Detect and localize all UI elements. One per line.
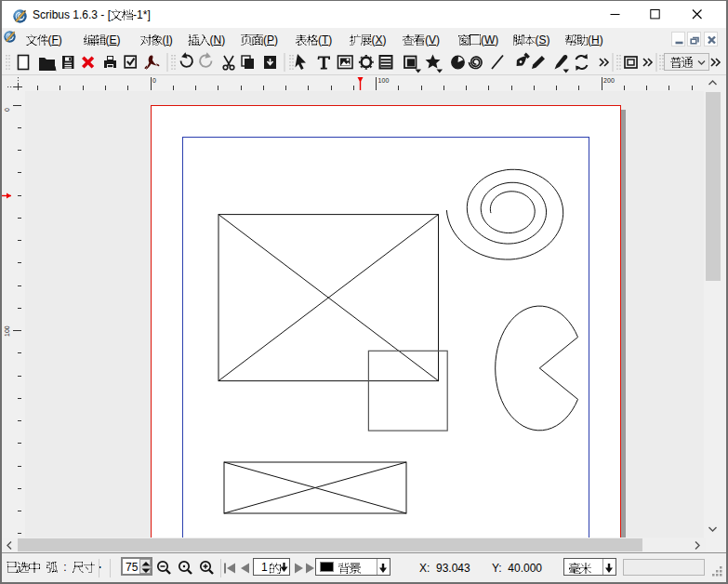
svg-text:100: 100 [378, 77, 390, 84]
svg-text:200: 200 [603, 77, 615, 84]
svg-text:100: 100 [4, 325, 10, 337]
svg-text:0: 0 [152, 77, 156, 84]
svg-text:0: 0 [4, 108, 10, 112]
